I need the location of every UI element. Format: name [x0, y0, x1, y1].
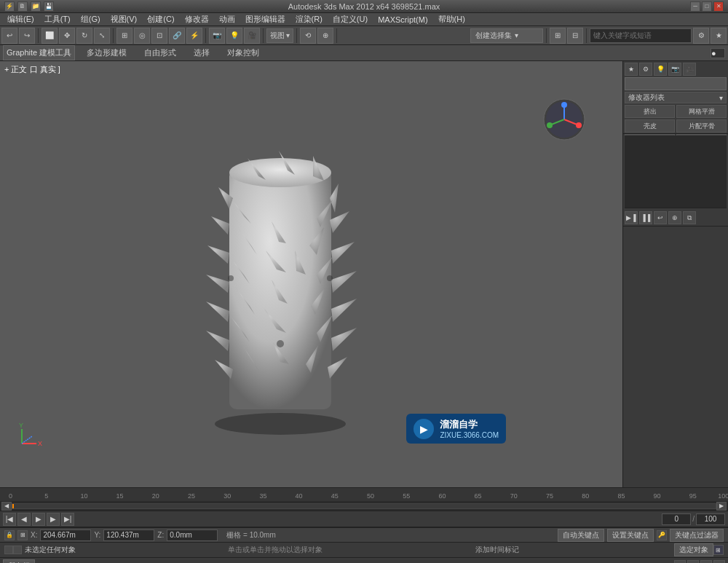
menu-btn1[interactable]: 🗎 — [17, 1, 28, 12]
menu-customize[interactable]: 自定义(U) — [328, 13, 372, 25]
timeline[interactable]: ◀ ▶ — [0, 500, 728, 511]
status-icon2[interactable]: ⊞ — [17, 530, 28, 540]
tb-btn18[interactable]: ★ — [711, 28, 727, 44]
timeline-left-controls: ◀ — [1, 502, 12, 511]
frame-display[interactable]: 0 — [662, 513, 691, 525]
menu-edit[interactable]: 编辑(E) — [3, 13, 39, 25]
tb-btn16[interactable]: ⊟ — [567, 28, 583, 44]
modifier-search[interactable] — [625, 77, 727, 90]
viewport[interactable]: + 正文 口 真实 ] — [0, 61, 622, 487]
tb-btn9[interactable]: ⚡ — [186, 28, 202, 44]
timeline-next-btn[interactable]: ▶ — [716, 502, 727, 511]
rp-icon2[interactable]: ⚙ — [639, 63, 652, 76]
action-add[interactable]: ⊕ — [668, 211, 681, 224]
btn-shell[interactable]: 壳皮 — [625, 119, 675, 133]
frame-btn3[interactable]: ⊞ — [700, 560, 712, 564]
maximize-btn[interactable]: □ — [702, 1, 712, 12]
tab-object-control[interactable]: 对象控制 — [221, 46, 265, 60]
coord-dropdown[interactable]: 视图 ▾ — [266, 28, 293, 43]
tab-freeform[interactable]: 自由形式 — [138, 46, 182, 60]
rp-icon5[interactable]: 🎥 — [683, 63, 696, 76]
timeline-scrubber[interactable] — [12, 503, 716, 509]
menu-view[interactable]: 视图(V) — [106, 13, 142, 25]
rp-icon4[interactable]: 📷 — [668, 63, 681, 76]
go-start-btn[interactable]: |◀ — [3, 513, 16, 526]
go-end-btn[interactable]: ▶| — [61, 513, 74, 526]
frames-label-btn[interactable]: 所在行 — [3, 559, 35, 564]
undo-btn[interactable]: ↩ — [1, 28, 17, 44]
menu-maxscript[interactable]: MAXScript(M) — [373, 15, 432, 25]
frame-total[interactable]: 100 — [696, 513, 725, 525]
rp-icon1[interactable]: ★ — [625, 63, 638, 76]
tab-polygon-modeling[interactable]: 多边形建模 — [81, 46, 132, 60]
menu-create[interactable]: 创建(C) — [143, 13, 178, 25]
prev-frame-btn[interactable]: ◀ — [17, 513, 31, 526]
frame-btn1[interactable]: ◀ — [674, 560, 686, 564]
btn-mesh-smooth[interactable]: 网格平滑 — [676, 105, 727, 118]
action-play[interactable]: ▶▐ — [625, 211, 638, 224]
menu-render[interactable]: 渲染(R) — [291, 13, 327, 25]
active-label-btn[interactable]: 选定对象 — [674, 543, 713, 556]
graphite-indicator[interactable]: ● — [711, 48, 725, 58]
key-filter-btn[interactable]: 关键点过滤器 — [670, 529, 724, 542]
tb-btn6[interactable]: ◎ — [134, 28, 150, 44]
play-btn[interactable]: ▶ — [32, 513, 45, 526]
tb-btn13[interactable]: ⟲ — [300, 28, 316, 44]
key-icon[interactable]: 🔑 — [657, 530, 667, 540]
tb-btn10[interactable]: 📷 — [209, 28, 225, 44]
menu-tools[interactable]: 工具(T) — [40, 13, 75, 25]
frame-total-val: 100 — [705, 515, 717, 523]
tb-btn8[interactable]: 🔗 — [169, 28, 185, 44]
set-key-btn[interactable]: 设置关键点 — [607, 529, 654, 542]
tb-btn5[interactable]: ⊞ — [116, 28, 132, 44]
z-coord-field[interactable] — [167, 529, 218, 541]
rp-icon3[interactable]: 💡 — [654, 63, 667, 76]
rotate-btn[interactable]: ↻ — [76, 28, 92, 44]
tb-btn7[interactable]: ⊡ — [151, 28, 167, 44]
select-btn[interactable]: ⬜ — [41, 28, 58, 44]
app-icon: ⚡ — [4, 1, 15, 12]
x-coord-field[interactable] — [40, 529, 91, 541]
tb-btn15[interactable]: ⊞ — [550, 28, 566, 44]
tb-btn12[interactable]: 🎥 — [244, 28, 260, 44]
right-panel-top: ★ ⚙ 💡 📷 🎥 修改器列表 ▾ 挤出 网格平滑 壳皮 片配平骨 — [623, 61, 728, 134]
modifier-list-dropdown[interactable]: 修改器列表 ▾ — [625, 92, 727, 103]
timeline-prev-btn[interactable]: ◀ — [1, 502, 12, 511]
menu-modifier[interactable]: 修改器 — [181, 13, 213, 25]
viewport-gizmo[interactable] — [542, 98, 586, 141]
tb-btn14[interactable]: ⊕ — [317, 28, 333, 44]
menu-help[interactable]: 帮助(H) — [434, 13, 470, 25]
tick-85: 85 — [617, 492, 625, 500]
status-small-btn2[interactable] — [13, 546, 22, 554]
selection-dropdown[interactable]: 创建选择集 ▾ — [470, 28, 543, 43]
menu-graph-editor[interactable]: 图形编辑器 — [241, 13, 290, 25]
action-pause[interactable]: ▐▐ — [639, 211, 652, 224]
tb-btn11[interactable]: 💡 — [226, 28, 242, 44]
menu-group[interactable]: 组(G) — [76, 13, 105, 25]
menu-btn3[interactable]: 💾 — [44, 1, 54, 12]
frame-btn4[interactable]: ⊟ — [713, 560, 725, 564]
status-icon-small[interactable]: ⊞ — [713, 545, 724, 555]
next-frame-btn[interactable]: ▶ — [47, 513, 60, 526]
tab-select[interactable]: 选择 — [188, 46, 215, 60]
status-icon-lock[interactable]: 🔒 — [4, 530, 15, 540]
menu-animation[interactable]: 动画 — [215, 13, 240, 25]
tick-25: 25 — [188, 492, 195, 500]
btn-skin[interactable]: 片配平骨 — [676, 119, 727, 133]
close-btn[interactable]: ✕ — [713, 1, 724, 12]
y-coord-field[interactable] — [103, 529, 154, 541]
tb-btn17[interactable]: ⚙ — [693, 28, 709, 44]
action-pin[interactable]: ⧉ — [683, 211, 696, 224]
search-input[interactable] — [593, 31, 688, 39]
redo-btn[interactable]: ↪ — [19, 28, 35, 44]
menu-btn2[interactable]: 📁 — [31, 1, 41, 12]
action-return[interactable]: ↩ — [654, 211, 667, 224]
search-box-container[interactable] — [590, 28, 692, 43]
btn-extrude[interactable]: 挤出 — [625, 105, 675, 118]
status-small-btn1[interactable] — [4, 546, 13, 554]
scale-btn[interactable]: ⤡ — [94, 28, 110, 44]
move-btn[interactable]: ✥ — [59, 28, 75, 44]
auto-key-btn[interactable]: 自动关键点 — [558, 529, 604, 542]
minimize-btn[interactable]: ─ — [690, 1, 700, 12]
frame-btn2[interactable]: ▶ — [687, 560, 699, 564]
